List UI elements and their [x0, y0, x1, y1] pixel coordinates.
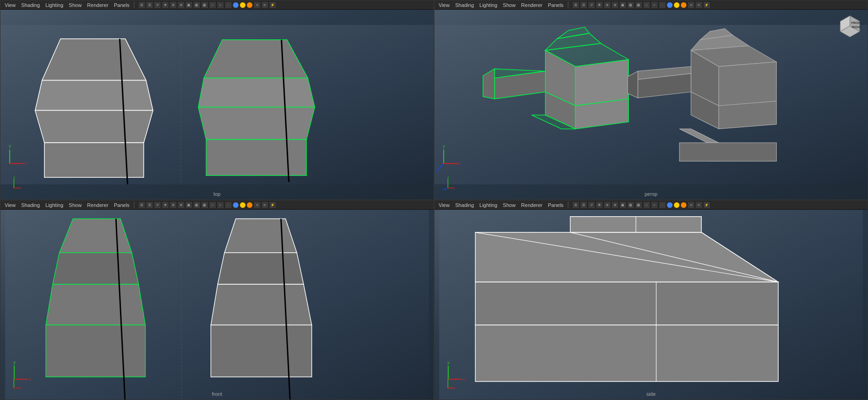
tr-btn-13[interactable]: ⊲: [687, 1, 695, 9]
tr-btn-15[interactable]: ⚡: [703, 1, 711, 9]
menu-renderer-br[interactable]: Renderer: [519, 202, 545, 208]
menu-view-tl[interactable]: View: [2, 2, 18, 8]
color-dot-blue-bl[interactable]: [233, 202, 239, 208]
tr-btn-14[interactable]: ⊳: [695, 1, 703, 9]
tr-btn-12[interactable]: ▫: [659, 1, 666, 9]
bl-btn-8[interactable]: ▦: [193, 201, 201, 209]
color-dot-orange-br[interactable]: [681, 202, 686, 208]
menu-shading-tl[interactable]: Shading: [19, 2, 42, 8]
menu-view-br[interactable]: View: [436, 202, 452, 208]
br-btn-2[interactable]: ☰: [580, 201, 587, 209]
tb-btn-15[interactable]: ⚡: [269, 1, 277, 9]
menu-lighting-tr[interactable]: Lighting: [477, 2, 500, 8]
color-dot-yellow-bl[interactable]: [240, 202, 245, 208]
menu-show-br[interactable]: Show: [501, 202, 518, 208]
color-dot-yellow-tl[interactable]: [240, 2, 245, 8]
tr-btn-8[interactable]: ▦: [627, 1, 635, 9]
color-dot-orange-tl[interactable]: [247, 2, 252, 8]
menu-renderer-tl[interactable]: Renderer: [85, 2, 111, 8]
br-btn-7[interactable]: ▣: [619, 201, 627, 209]
br-btn-13[interactable]: ⊲: [687, 201, 695, 209]
br-btn-15[interactable]: ⚡: [703, 201, 711, 209]
menu-lighting-br[interactable]: Lighting: [477, 202, 500, 208]
bl-btn-5[interactable]: ⊕: [170, 201, 177, 209]
color-dot-orange-tr[interactable]: [681, 2, 686, 8]
menu-show-tl[interactable]: Show: [67, 2, 84, 8]
bl-btn-9[interactable]: ▩: [201, 201, 208, 209]
viewport-top-right[interactable]: View Shading Lighting Show Renderer Pane…: [434, 0, 868, 200]
br-btn-6[interactable]: ⊗: [611, 201, 619, 209]
tb-btn-2[interactable]: ☰: [146, 1, 153, 9]
tr-btn-1[interactable]: ⊞: [572, 1, 579, 9]
menu-renderer-bl[interactable]: Renderer: [85, 202, 111, 208]
bl-btn-7[interactable]: ▣: [185, 201, 193, 209]
bl-btn-11[interactable]: ▪: [217, 201, 224, 209]
menu-shading-bl[interactable]: Shading: [19, 202, 42, 208]
tb-btn-4[interactable]: ✥: [162, 1, 169, 9]
view-cube[interactable]: FRONT RIGHT: [837, 13, 863, 39]
br-btn-12[interactable]: ▫: [659, 201, 666, 209]
bl-btn-10[interactable]: □: [209, 201, 216, 209]
color-dot-yellow-tr[interactable]: [674, 2, 679, 8]
menu-view-tr[interactable]: View: [436, 2, 452, 8]
tb-btn-5[interactable]: ⊕: [170, 1, 177, 9]
tr-btn-9[interactable]: ▩: [635, 1, 642, 9]
bl-btn-12[interactable]: ▫: [225, 201, 232, 209]
tb-btn-7[interactable]: ▣: [185, 1, 193, 9]
tr-btn-6[interactable]: ⊗: [611, 1, 619, 9]
bl-btn-4[interactable]: ✥: [162, 201, 169, 209]
menu-shading-br[interactable]: Shading: [453, 202, 476, 208]
tr-btn-3[interactable]: ↺: [588, 1, 595, 9]
menu-panels-tl[interactable]: Panels: [112, 2, 132, 8]
menu-show-tr[interactable]: Show: [501, 2, 518, 8]
br-btn-14[interactable]: ⊳: [695, 201, 703, 209]
tb-btn-6[interactable]: ⊗: [177, 1, 185, 9]
tr-btn-7[interactable]: ▣: [619, 1, 627, 9]
menu-panels-br[interactable]: Panels: [546, 202, 566, 208]
menu-renderer-tr[interactable]: Renderer: [519, 2, 545, 8]
color-dot-blue-br[interactable]: [667, 202, 673, 208]
menu-shading-tr[interactable]: Shading: [453, 2, 476, 8]
br-btn-9[interactable]: ▩: [635, 201, 642, 209]
br-btn-11[interactable]: ▪: [651, 201, 658, 209]
tr-btn-5[interactable]: ⊕: [604, 1, 611, 9]
tb-btn-3[interactable]: ↺: [154, 1, 161, 9]
tb-btn-11[interactable]: ▪: [217, 1, 224, 9]
br-btn-4[interactable]: ✥: [596, 201, 603, 209]
viewport-bottom-left[interactable]: View Shading Lighting Show Renderer Pane…: [0, 200, 434, 400]
tb-btn-1[interactable]: ⊞: [138, 1, 145, 9]
bl-btn-14[interactable]: ⊳: [261, 201, 269, 209]
color-dot-orange-bl[interactable]: [247, 202, 252, 208]
tr-btn-10[interactable]: □: [643, 1, 650, 9]
bl-btn-2[interactable]: ☰: [146, 201, 153, 209]
br-btn-3[interactable]: ↺: [588, 201, 595, 209]
viewport-bottom-right[interactable]: View Shading Lighting Show Renderer Pane…: [434, 200, 868, 400]
bl-btn-15[interactable]: ⚡: [269, 201, 277, 209]
tb-btn-9[interactable]: ▩: [201, 1, 208, 9]
br-btn-1[interactable]: ⊞: [572, 201, 579, 209]
bl-btn-13[interactable]: ⊲: [253, 201, 261, 209]
tr-btn-2[interactable]: ☰: [580, 1, 587, 9]
bl-btn-1[interactable]: ⊞: [138, 201, 145, 209]
color-dot-blue-tr[interactable]: [667, 2, 673, 8]
tb-btn-13[interactable]: ⊲: [253, 1, 261, 9]
menu-view-bl[interactable]: View: [2, 202, 18, 208]
tb-btn-14[interactable]: ⊳: [261, 1, 269, 9]
tb-btn-12[interactable]: ▫: [225, 1, 232, 9]
viewport-top-left[interactable]: View Shading Lighting Show Renderer Pane…: [0, 0, 434, 200]
menu-show-bl[interactable]: Show: [67, 202, 84, 208]
tr-btn-4[interactable]: ✥: [596, 1, 603, 9]
tb-btn-8[interactable]: ▦: [193, 1, 201, 9]
menu-panels-bl[interactable]: Panels: [112, 202, 132, 208]
bl-btn-6[interactable]: ⊗: [177, 201, 185, 209]
br-btn-5[interactable]: ⊕: [604, 201, 611, 209]
menu-lighting-tl[interactable]: Lighting: [43, 2, 66, 8]
menu-panels-tr[interactable]: Panels: [546, 2, 566, 8]
tb-btn-10[interactable]: □: [209, 1, 216, 9]
br-btn-10[interactable]: □: [643, 201, 650, 209]
menu-lighting-bl[interactable]: Lighting: [43, 202, 66, 208]
color-dot-blue-tl[interactable]: [233, 2, 239, 8]
tr-btn-11[interactable]: ▪: [651, 1, 658, 9]
br-btn-8[interactable]: ▦: [627, 201, 635, 209]
color-dot-yellow-br[interactable]: [674, 202, 679, 208]
